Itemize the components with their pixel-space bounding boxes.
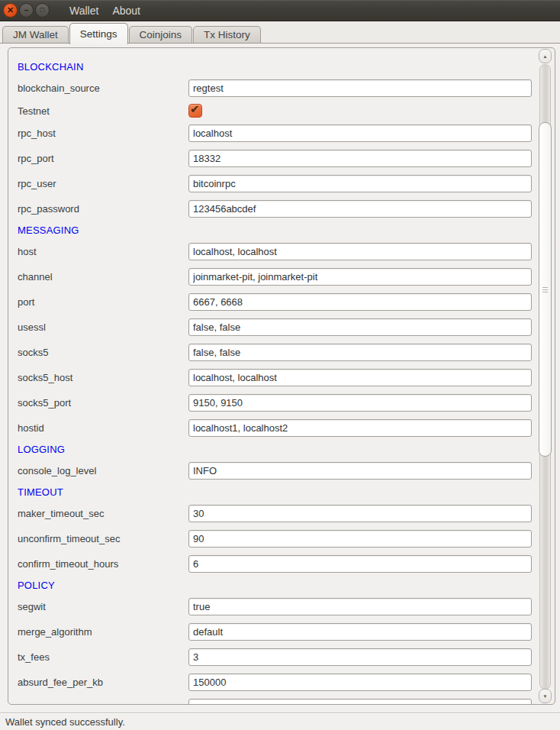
form-row-hostid: hostid <box>18 415 555 441</box>
menu-item-wallet[interactable]: Wallet <box>69 5 98 17</box>
check-icon: ✔ <box>190 102 200 116</box>
field-input-partial[interactable] <box>188 699 532 705</box>
field-input-socks5-host[interactable] <box>188 369 532 386</box>
field-label: console_log_level <box>18 465 188 476</box>
field-label: merge_algorithm <box>18 626 188 638</box>
field-input-rpc-port[interactable] <box>188 150 532 167</box>
field-input-hostid[interactable] <box>188 419 532 437</box>
section-header-blockchain: BLOCKCHAIN <box>18 58 555 76</box>
minimize-icon: – <box>24 7 29 15</box>
form-row-blockchain-source: blockchain_source <box>18 76 555 101</box>
field-input-maker-timeout-sec[interactable] <box>188 505 532 522</box>
scroll-up-icon: ▲ <box>543 54 548 59</box>
minimize-button[interactable]: – <box>19 3 34 18</box>
form-row-absurd-fee-per-kb: absurd_fee_per_kb <box>18 670 555 695</box>
form-row-rpc-host: rpc_host <box>18 121 555 146</box>
field-label: rpc_port <box>18 153 188 164</box>
field-label: socks5_port <box>18 397 188 409</box>
field-input-tx-fees[interactable] <box>188 648 532 666</box>
field-input-absurd-fee-per-kb[interactable] <box>188 673 532 691</box>
form-row-channel: channel <box>18 264 555 289</box>
form-row-maker-timeout-sec: maker_timeout_sec <box>18 501 555 526</box>
field-label: absurd_fee_per_kb <box>18 677 188 688</box>
title-bar: ✕ – □ Wallet About <box>0 0 560 21</box>
settings-form: BLOCKCHAIN blockchain_source Testnet ✔ r… <box>8 48 555 705</box>
tab-coinjoins[interactable]: Coinjoins <box>129 26 193 44</box>
close-button[interactable]: ✕ <box>3 3 18 18</box>
testnet-checkbox[interactable]: ✔ <box>188 104 202 118</box>
section-header-messaging: MESSAGING <box>18 221 555 239</box>
form-row-socks5: socks5 <box>18 340 555 365</box>
section-header-timeout: TIMEOUT <box>18 483 555 501</box>
scrollbar-grip <box>542 289 548 290</box>
field-label: host <box>18 246 188 257</box>
scrollbar-thumb[interactable] <box>539 122 552 457</box>
field-label: tx_fees <box>18 651 188 663</box>
status-bar: Wallet synced successfully. <box>0 712 560 730</box>
field-label: confirm_timeout_hours <box>18 558 188 570</box>
tab-tx-history[interactable]: Tx History <box>193 26 261 44</box>
form-row-unconfirm-timeout-sec: unconfirm_timeout_sec <box>18 526 555 551</box>
field-label: rpc_password <box>18 203 188 215</box>
field-input-segwit[interactable] <box>188 598 532 615</box>
maximize-button[interactable]: □ <box>35 3 50 18</box>
tab-jm-wallet[interactable]: JM Wallet <box>2 26 69 44</box>
form-row-usessl: usessl <box>18 315 555 340</box>
field-label: maker_timeout_sec <box>18 508 188 519</box>
field-input-rpc-password[interactable] <box>188 200 532 218</box>
form-row-merge-algorithm: merge_algorithm <box>18 619 555 644</box>
form-row-host: host <box>18 239 555 264</box>
vertical-scrollbar: ▲ ▼ <box>538 49 552 703</box>
form-row-socks5-host: socks5_host <box>18 365 555 390</box>
scrollbar-down-button[interactable]: ▼ <box>539 689 552 703</box>
field-label: Testnet <box>18 105 188 117</box>
field-label: usessl <box>18 321 188 333</box>
form-row-rpc-password: rpc_password <box>18 196 555 221</box>
section-header-policy: POLICY <box>18 577 555 594</box>
field-input-blockchain-source[interactable] <box>188 79 532 97</box>
field-label: socks5 <box>18 347 188 358</box>
field-label: channel <box>18 271 188 283</box>
field-input-socks5-port[interactable] <box>188 394 532 412</box>
form-row-testnet: Testnet ✔ <box>18 101 555 121</box>
form-row-port: port <box>18 289 555 315</box>
field-label: rpc_user <box>18 178 188 189</box>
field-label: unconfirm_timeout_sec <box>18 533 188 544</box>
field-input-rpc-user[interactable] <box>188 175 532 192</box>
scroll-down-icon: ▼ <box>543 694 548 699</box>
form-row-confirm-timeout-hours: confirm_timeout_hours <box>18 551 555 577</box>
field-input-channel[interactable] <box>188 268 532 286</box>
field-input-rpc-host[interactable] <box>188 124 532 142</box>
tab-bar: JM Wallet Settings Coinjoins Tx History <box>0 21 560 44</box>
field-label: port <box>18 296 188 308</box>
form-row-partial <box>18 699 555 705</box>
form-row-tx-fees: tx_fees <box>18 644 555 670</box>
form-row-segwit: segwit <box>18 594 555 619</box>
field-input-usessl[interactable] <box>188 318 532 336</box>
form-row-socks5-port: socks5_port <box>18 390 555 415</box>
app-window: ✕ – □ Wallet About JM Wallet Settings Co… <box>0 0 560 730</box>
field-input-host[interactable] <box>188 243 532 260</box>
form-row-console-log-level: console_log_level <box>18 458 555 483</box>
field-label: rpc_host <box>18 128 188 139</box>
settings-frame: BLOCKCHAIN blockchain_source Testnet ✔ r… <box>8 47 555 705</box>
field-input-socks5[interactable] <box>188 344 532 361</box>
close-icon: ✕ <box>7 6 14 15</box>
scrollbar-up-button[interactable]: ▲ <box>539 49 552 63</box>
field-input-console-log-level[interactable] <box>188 462 532 480</box>
field-label <box>18 699 188 705</box>
field-input-confirm-timeout-hours[interactable] <box>188 555 532 573</box>
field-input-port[interactable] <box>188 293 532 311</box>
field-label: segwit <box>18 601 188 612</box>
form-row-rpc-port: rpc_port <box>18 146 555 171</box>
field-input-unconfirm-timeout-sec[interactable] <box>188 530 532 548</box>
tab-settings[interactable]: Settings <box>69 23 128 44</box>
field-label: socks5_host <box>18 372 188 383</box>
field-input-merge-algorithm[interactable] <box>188 623 532 641</box>
settings-pane: BLOCKCHAIN blockchain_source Testnet ✔ r… <box>0 44 560 712</box>
menu-bar: Wallet About <box>69 5 140 17</box>
window-controls: ✕ – □ <box>3 3 50 18</box>
maximize-icon: □ <box>40 7 44 14</box>
field-label: hostid <box>18 422 188 434</box>
menu-item-about[interactable]: About <box>112 5 140 17</box>
